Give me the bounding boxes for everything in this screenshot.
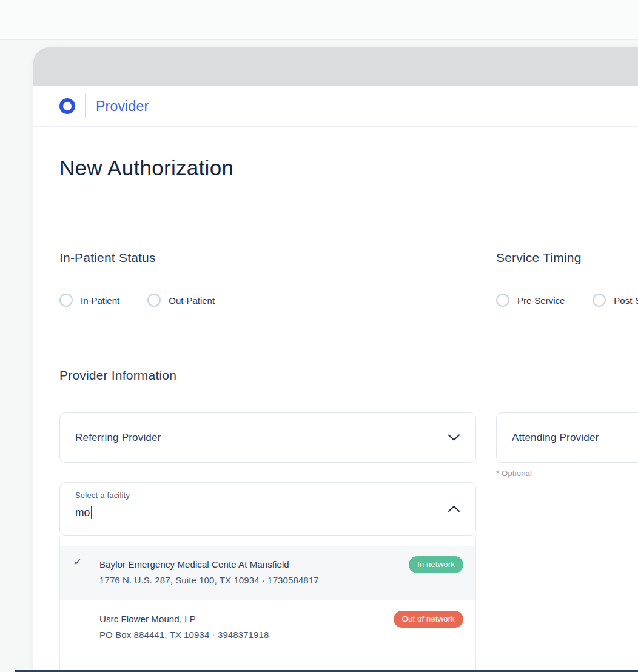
facility-address: 1776 N. U.S. 287, Suite 100, TX 10934 · …: [99, 573, 463, 588]
service-timing-heading: Service Timing: [496, 249, 582, 267]
facility-combobox[interactable]: Select a facility mo: [59, 482, 476, 536]
radio-circle-icon[interactable]: [593, 294, 606, 307]
inpatient-status-options: In-Patient Out-Patient: [59, 294, 215, 307]
attending-provider-select[interactable]: Attending Provider: [496, 412, 638, 463]
authorization-card: Provider New Authorization In-Patient St…: [33, 47, 638, 672]
radio-circle-icon[interactable]: [147, 294, 161, 307]
radio-circle-icon[interactable]: [59, 294, 73, 307]
facility-option-baylor[interactable]: ✓ Baylor Emergency Medical Cente At Mans…: [60, 546, 475, 600]
radio-in-patient[interactable]: In-Patient: [59, 294, 119, 307]
referring-provider-select[interactable]: Referring Provider: [59, 412, 476, 463]
logo-bar: Provider: [33, 86, 638, 127]
facility-search-input[interactable]: mo: [75, 506, 90, 519]
chevron-up-icon[interactable]: [448, 505, 460, 513]
network-status-badge: In network: [409, 556, 463, 573]
radio-post-service[interactable]: Post-Service: [593, 294, 638, 307]
facility-address: PO Box 884441, TX 10934 · 3948371918: [99, 627, 463, 643]
logo-divider: [85, 94, 86, 118]
radio-out-patient[interactable]: Out-Patient: [147, 294, 215, 307]
chevron-down-icon[interactable]: [448, 434, 460, 442]
attending-optional-helper: * Optional: [496, 469, 532, 478]
top-app-band: [0, 0, 638, 40]
provider-information-heading: Provider Information: [59, 366, 176, 385]
network-status-badge: Out of network: [394, 611, 463, 628]
service-timing-options: Pre-Service Post-Service: [496, 294, 638, 307]
card-header-band: [33, 47, 638, 86]
radio-circle-icon[interactable]: [496, 294, 509, 307]
product-name: Provider: [96, 98, 149, 115]
radio-pre-service[interactable]: Pre-Service: [496, 294, 565, 307]
inpatient-status-heading: In-Patient Status: [59, 249, 156, 267]
check-icon: ✓: [73, 556, 82, 568]
logo-ring-icon: [59, 98, 75, 114]
text-cursor: [91, 506, 92, 519]
page-title: New Authorization: [59, 154, 233, 182]
facility-results-dropdown: ✓ Baylor Emergency Medical Cente At Mans…: [59, 537, 476, 672]
facility-option-usrc[interactable]: Usrc Flower Mound, LP PO Box 884441, TX …: [60, 600, 475, 662]
facility-input-label: Select a facility: [75, 491, 130, 500]
